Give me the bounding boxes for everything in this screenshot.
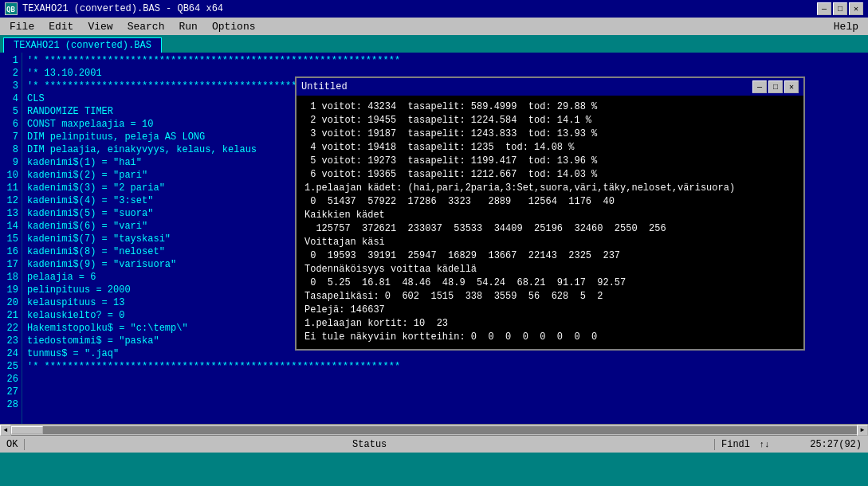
menu-file[interactable]: File [3,19,41,34]
scroll-thumb[interactable] [11,426,43,434]
dialog-content: 1 voitot: 43234 tasapelit: 589.4999 tod:… [297,96,803,349]
title-bar: QB TEXAHO21 (converted).BAS - QB64 x64 —… [0,0,868,18]
line-number: 18 [3,271,18,284]
editor-container: 1234567891011121314151617181920212223242… [0,53,868,435]
horizontal-scrollbar: ◄ ► [0,424,868,435]
menu-options[interactable]: Options [206,19,262,34]
code-line: '* *************************************… [27,360,863,373]
line-number: 19 [3,284,18,296]
line-number: 1 [3,54,18,67]
dialog-line: 0 19593 39191 25947 16829 13667 22143 23… [304,249,795,263]
status-arrow: ↑↓ [756,440,772,449]
dialog-title: Untitled [301,81,751,92]
line-number: 15 [3,233,18,245]
tab-bar: TEXAHO21 (converted).BAS [0,35,868,53]
dialog-line: 4 voitot: 19418 tasapelit: 1235 tod: 14.… [304,141,795,155]
line-numbers: 1234567891011121314151617181920212223242… [0,53,22,424]
dialog-line: Voittajan käsi [304,236,795,249]
line-number: 13 [3,207,18,220]
line-number: 5 [3,105,18,118]
close-button[interactable]: ✕ [849,2,863,15]
line-number: 8 [3,143,18,156]
menu-edit[interactable]: Edit [42,19,80,34]
dialog-line: 125757 372621 233037 53533 34409 25196 3… [304,222,795,236]
line-number: 27 [3,386,18,398]
window-title: TEXAHO21 (converted).BAS - QB64 x64 [22,3,812,14]
dialog-line: Tasapelikäsi: 0 602 1515 338 3559 56 628… [304,290,795,304]
maximize-button[interactable]: □ [833,2,847,15]
minimize-button[interactable]: — [817,2,831,15]
active-tab[interactable]: TEXAHO21 (converted).BAS [3,37,162,53]
dialog-title-bar: Untitled — □ ✕ [297,78,803,96]
dialog-window: Untitled — □ ✕ 1 voitot: 43234 tasapelit… [295,76,805,351]
line-number: 22 [3,322,18,335]
status-center: Status [24,439,715,450]
dialog-line: 2 voitot: 19455 tasapelit: 1224.584 tod:… [304,114,795,127]
line-number: 7 [3,131,18,143]
line-number: 12 [3,194,18,207]
line-number: 16 [3,245,18,258]
status-find: Findl [715,439,756,450]
dialog-line: 0 51437 57922 17286 3323 2889 12564 1176… [304,195,795,209]
status-bar: OK Status Findl ↑↓ 25:27(92) [0,435,868,453]
line-number: 4 [3,92,18,105]
dialog-line: 6 voitot: 19365 tasapelit: 1212.667 tod:… [304,168,795,182]
line-number: 9 [3,156,18,169]
menu-bar: File Edit View Search Run Options Help [0,18,868,35]
line-number: 10 [3,169,18,182]
dialog-line: 3 voitot: 19187 tasapelit: 1243.833 tod:… [304,127,795,141]
dialog-line: Ei tule näkyviin kortteihin: 0 0 0 0 0 0… [304,331,795,344]
dialog-line: 1 voitot: 43234 tasapelit: 589.4999 tod:… [304,100,795,114]
dialog-line: Pelejä: 146637 [304,304,795,317]
scroll-left-button[interactable]: ◄ [0,425,11,436]
dialog-line: Kaikkien kädet [304,209,795,222]
line-number: 26 [3,373,18,386]
menu-search[interactable]: Search [121,19,171,34]
dialog-maximize-button[interactable]: □ [768,80,783,93]
window-controls: — □ ✕ [817,2,863,15]
app-icon: QB [5,2,18,15]
dialog-line: 1.pelaajan kortit: 10 23 [304,317,795,331]
menu-view[interactable]: View [81,19,119,34]
line-number: 23 [3,335,18,347]
dialog-line: 1.pelaajan kädet: (hai,pari,2paria,3:Set… [304,182,795,195]
line-number: 11 [3,182,18,194]
dialog-line: 5 voitot: 19273 tasapelit: 1199.417 tod:… [304,155,795,168]
line-number: 28 [3,398,18,411]
line-number: 14 [3,220,18,233]
dialog-line: Todennäköisyys voittaa kädellä [304,263,795,276]
line-number: 3 [3,80,18,92]
menu-help[interactable]: Help [827,19,865,34]
line-number: 25 [3,360,18,373]
dialog-line: 0 5.25 16.81 48.46 48.9 54.24 68.21 91.1… [304,276,795,290]
status-position: 25:27(92) [772,439,868,450]
code-line: '* *************************************… [27,54,863,67]
line-number: 2 [3,67,18,80]
line-number: 20 [3,296,18,309]
line-number: 21 [3,309,18,322]
line-number: 24 [3,347,18,360]
dialog-minimize-button[interactable]: — [752,80,767,93]
status-ok: OK [0,439,24,450]
scroll-track[interactable] [11,426,857,434]
scroll-right-button[interactable]: ► [857,425,868,436]
line-number: 6 [3,118,18,131]
menu-run[interactable]: Run [172,19,203,34]
svg-text:QB: QB [6,6,15,14]
line-number: 17 [3,258,18,271]
dialog-close-button[interactable]: ✕ [784,80,799,93]
